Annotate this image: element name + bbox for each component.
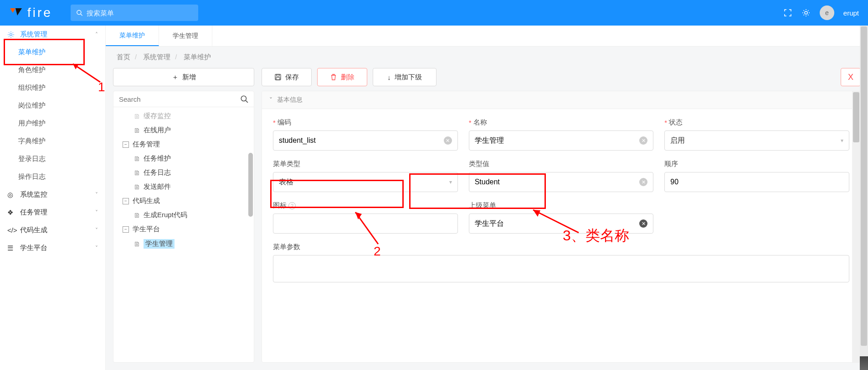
svg-point-4 [241, 96, 246, 101]
clear-icon[interactable]: ✕ [639, 136, 647, 145]
delete-button[interactable]: 删除 [317, 68, 367, 86]
add-child-button[interactable]: ↓ 增加下级 [373, 68, 437, 86]
collapse-icon[interactable]: − [123, 198, 129, 204]
sidebar-group-student[interactable]: ☰ 学生平台 ˅ [0, 239, 105, 257]
tree-node[interactable]: 🗎发送邮件 [113, 180, 254, 194]
tree-node[interactable]: 🗎在线用户 [113, 123, 254, 137]
menu-search-input[interactable] [87, 9, 193, 17]
svg-point-2 [805, 11, 807, 14]
menu-search[interactable] [71, 5, 198, 21]
scrollbar-thumb[interactable] [853, 92, 859, 142]
clear-icon[interactable]: ✕ [639, 219, 647, 228]
crumb-home[interactable]: 首页 [117, 53, 130, 61]
target-icon: ◎ [7, 191, 15, 199]
sidebar-group-system[interactable]: 系统管理 ˄ [0, 26, 105, 43]
close-icon: X [848, 73, 853, 82]
collapse-icon[interactable]: − [123, 141, 129, 148]
chevron-up-icon: ˄ [95, 31, 98, 38]
code-input[interactable]: ✕ [273, 130, 458, 151]
close-button[interactable]: X [841, 68, 861, 86]
svg-line-1 [81, 14, 82, 16]
sidebar-group-monitor[interactable]: ◎ 系统监控 ˅ [0, 186, 105, 203]
tree-node[interactable]: 🗎生成Erupt代码 [113, 208, 254, 222]
order-input[interactable] [664, 172, 849, 192]
type-value-input[interactable]: ✕ [469, 172, 654, 192]
file-icon: 🗎 [134, 112, 140, 120]
list-icon: ☰ [7, 244, 15, 252]
scrollbar-thumb[interactable] [248, 153, 253, 217]
sidebar-item-dict[interactable]: 字典维护 [0, 132, 105, 150]
chevron-down-icon: ˅ [95, 245, 98, 251]
field-name: *名称 ✕ [469, 118, 654, 151]
clear-icon[interactable]: ✕ [444, 136, 452, 145]
scrollbar-thumb[interactable] [861, 26, 867, 346]
app-logo: fire [9, 5, 52, 20]
tree-panel: ＋ 新增 🗎缓存监控 🗎在线用户 −任务管理 🗎任务维护 [113, 68, 254, 363]
tree-node[interactable]: −任务管理 [113, 137, 254, 151]
file-icon: 🗎 [134, 240, 140, 248]
chevron-down-icon: ▾ [449, 179, 452, 185]
plus-icon: ＋ [172, 73, 179, 82]
download-icon: ↓ [387, 73, 391, 81]
sidebar-group-task[interactable]: ❖ 任务管理 ˅ [0, 203, 105, 221]
field-menu-type: 菜单类型 表格 ▾ [273, 160, 458, 192]
crumb-system[interactable]: 系统管理 [143, 53, 170, 61]
save-icon [274, 73, 282, 81]
search-icon[interactable] [240, 95, 248, 103]
fullscreen-icon[interactable] [783, 8, 792, 17]
gear-icon[interactable] [801, 8, 811, 17]
add-button[interactable]: ＋ 新增 [113, 68, 254, 86]
trash-icon [330, 73, 337, 81]
svg-rect-7 [277, 74, 279, 76]
main-area: 菜单维护 学生管理 首页/ 系统管理/ 菜单维护 ＋ 新增 [106, 26, 868, 370]
help-icon[interactable]: ? [288, 202, 296, 209]
sidebar-item-loginlog[interactable]: 登录日志 [0, 150, 105, 168]
file-icon: 🗎 [134, 183, 140, 191]
sidebar-group-codegen[interactable]: </> 代码生成 ˅ [0, 221, 105, 239]
app-header: fire e erupt [0, 0, 868, 26]
tree-search-input[interactable] [119, 95, 240, 103]
user-avatar[interactable]: e [820, 5, 834, 20]
menu-type-select[interactable]: 表格 ▾ [273, 172, 458, 192]
field-order: 顺序 [664, 160, 849, 192]
params-textarea[interactable] [273, 255, 849, 282]
sidebar-item-oplog[interactable]: 操作日志 [0, 168, 105, 186]
tree-node[interactable]: −学生平台 [113, 222, 254, 236]
tree-node[interactable]: −代码生成 [113, 194, 254, 208]
field-status: *状态 启用 ▾ [664, 118, 849, 151]
collapse-icon[interactable]: − [123, 226, 129, 233]
status-select[interactable]: 启用 ▾ [664, 130, 849, 151]
corner-indicator [860, 356, 868, 370]
section-header[interactable]: ˅ 基本信息 [262, 91, 860, 109]
icon-input[interactable] [273, 214, 458, 234]
app-name: fire [27, 5, 52, 20]
parent-input[interactable]: ✕ [469, 214, 654, 234]
sidebar-item-user[interactable]: 用户维护 [0, 115, 105, 132]
sidebar-item-org[interactable]: 组织维护 [0, 79, 105, 97]
file-icon: 🗎 [134, 211, 140, 219]
svg-point-0 [77, 10, 81, 15]
tree-body[interactable]: 🗎缓存监控 🗎在线用户 −任务管理 🗎任务维护 🗎任务日志 🗎发送邮件 −代码生… [113, 107, 254, 362]
tab-student-mgmt[interactable]: 学生管理 [159, 26, 212, 46]
field-params: 菜单参数 [273, 243, 849, 282]
tree-node[interactable]: 🗎任务维护 [113, 151, 254, 166]
clear-icon[interactable]: ✕ [639, 178, 647, 186]
tree-node-selected[interactable]: 🗎学生管理 [113, 236, 254, 251]
sidebar-item-post[interactable]: 岗位维护 [0, 97, 105, 115]
sidebar-item-menu[interactable]: 菜单维护 [0, 43, 105, 61]
tree-node[interactable]: 🗎缓存监控 [113, 109, 254, 123]
tree-search[interactable] [113, 91, 254, 107]
cubes-icon: ❖ [7, 208, 15, 217]
sidebar: 系统管理 ˄ 菜单维护 角色维护 组织维护 岗位维护 用户维护 字典维护 登录日… [0, 26, 106, 370]
page-scrollbar[interactable] [860, 26, 868, 370]
chevron-down-icon: ˅ [269, 96, 272, 104]
search-icon [76, 9, 83, 16]
tab-menu-maint[interactable]: 菜单维护 [106, 26, 159, 46]
name-input[interactable]: ✕ [469, 130, 654, 151]
save-button[interactable]: 保存 [262, 68, 312, 86]
tree-node[interactable]: 🗎任务日志 [113, 166, 254, 180]
username[interactable]: erupt [843, 9, 859, 17]
sidebar-item-role[interactable]: 角色维护 [0, 61, 105, 79]
chevron-down-icon: ▾ [841, 137, 843, 144]
scrollbar[interactable] [852, 91, 860, 362]
